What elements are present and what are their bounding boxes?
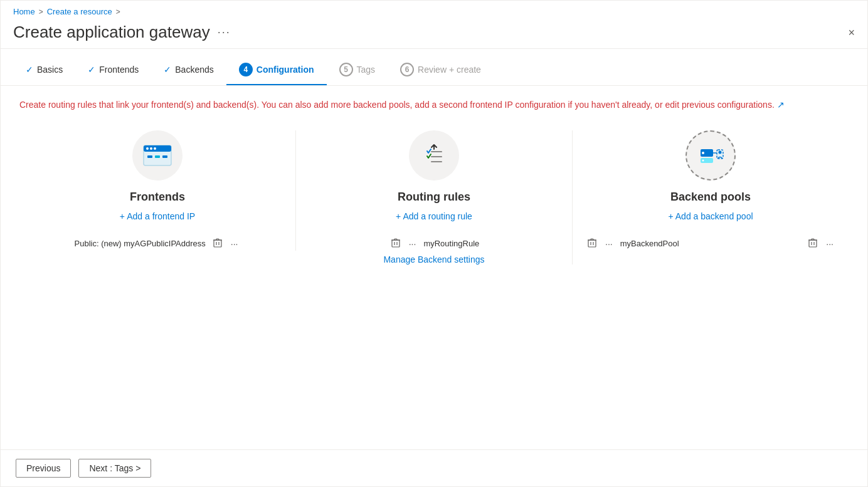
routing-item-row: ··· myRoutingRule: [309, 236, 559, 251]
add-frontend-ip-link[interactable]: + Add a frontend IP: [120, 211, 195, 221]
header-left: Create application gateway ···: [13, 23, 231, 42]
tab-basics[interactable]: ✓ Basics: [13, 57, 75, 83]
header-more-options[interactable]: ···: [218, 26, 231, 39]
tab-tags-num: 5: [339, 63, 353, 76]
svg-point-23: [702, 160, 704, 162]
tab-review-label: Review + create: [418, 65, 481, 75]
backend-end-more-btn[interactable]: ···: [823, 238, 836, 250]
breadcrumb-home[interactable]: Home: [13, 7, 35, 16]
tab-basics-check: ✓: [26, 65, 33, 75]
backend-icon-circle: [685, 130, 736, 181]
tab-backends-check: ✓: [164, 65, 171, 75]
frontend-item-name: Public: (new) myAGPublicIPAddress: [75, 239, 206, 248]
frontend-more-btn[interactable]: ···: [228, 238, 241, 250]
page-header: Create application gateway ··· ×: [1, 19, 867, 48]
svg-point-5: [146, 147, 149, 150]
backend-item-actions: ···: [585, 236, 615, 251]
routing-item-name: myRoutingRule: [423, 239, 479, 248]
svg-rect-27: [588, 240, 596, 247]
routing-icon-circle: [409, 130, 459, 181]
backend-icon: [696, 140, 726, 170]
tab-configuration-label: Configuration: [257, 65, 314, 75]
previous-button[interactable]: Previous: [16, 459, 71, 478]
wizard-footer: Previous Next : Tags >: [1, 449, 867, 486]
breadcrumb-sep1: >: [39, 8, 43, 16]
backend-pools-column: Backend pools + Add a backend pool ··· m…: [573, 130, 849, 251]
close-button[interactable]: ×: [848, 27, 855, 38]
tab-tags[interactable]: 5 Tags: [327, 55, 388, 85]
manage-backend-settings-link[interactable]: Manage Backend settings: [383, 254, 484, 264]
frontends-column: Frontends + Add a frontend IP Public: (n…: [19, 130, 296, 251]
info-link[interactable]: ↗: [777, 100, 785, 110]
page-title: Create application gateway: [13, 23, 210, 42]
tab-basics-label: Basics: [37, 65, 63, 75]
svg-point-22: [702, 152, 704, 154]
info-text: Create routing rules that link your fron…: [19, 98, 835, 112]
wizard-tabs: ✓ Basics ✓ Frontends ✓ Backends 4 Config…: [1, 55, 867, 86]
frontend-item-actions: ···: [211, 236, 241, 251]
routing-rules-title: Routing rules: [398, 191, 470, 204]
svg-point-6: [150, 147, 152, 150]
tab-review[interactable]: 6 Review + create: [388, 55, 494, 85]
svg-rect-31: [809, 240, 817, 247]
frontend-delete-btn[interactable]: [211, 236, 225, 251]
breadcrumb-sep2: >: [116, 8, 120, 16]
add-routing-rule-link[interactable]: + Add a routing rule: [396, 211, 472, 221]
svg-rect-3: [155, 155, 160, 158]
backend-item-name: myBackendPool: [620, 239, 679, 248]
svg-point-26: [719, 151, 722, 154]
routing-rules-column: Routing rules + Add a routing rule ··· m…: [296, 130, 573, 264]
frontend-item-row: Public: (new) myAGPublicIPAddress ···: [32, 236, 283, 251]
add-backend-pool-link[interactable]: + Add a backend pool: [668, 211, 753, 221]
tab-backends[interactable]: ✓ Backends: [151, 57, 226, 83]
breadcrumb: Home > Create a resource >: [1, 1, 867, 19]
tab-backends-label: Backends: [175, 65, 213, 75]
routing-more-btn[interactable]: ···: [406, 238, 419, 250]
breadcrumb-create-resource[interactable]: Create a resource: [47, 7, 112, 16]
svg-point-7: [154, 147, 156, 150]
backend-delete-btn[interactable]: [585, 236, 599, 251]
backend-pools-title: Backend pools: [670, 191, 751, 204]
main-content: Create routing rules that link your fron…: [1, 86, 867, 449]
backend-item-row: ··· myBackendPool ···: [585, 236, 836, 251]
svg-rect-8: [214, 240, 221, 247]
backend-item-end-actions: ···: [806, 236, 836, 251]
tab-review-num: 6: [400, 63, 414, 76]
routing-icon: [419, 140, 449, 170]
tab-tags-label: Tags: [357, 65, 376, 75]
configuration-columns: Frontends + Add a frontend IP Public: (n…: [19, 130, 849, 264]
svg-rect-4: [162, 155, 167, 158]
svg-rect-16: [392, 240, 400, 247]
svg-rect-2: [147, 155, 152, 158]
tab-frontends-check: ✓: [88, 65, 95, 75]
frontends-title: Frontends: [130, 191, 185, 204]
backend-more-btn[interactable]: ···: [603, 238, 615, 250]
routing-delete-btn[interactable]: [389, 236, 403, 251]
tab-configuration[interactable]: 4 Configuration: [226, 55, 327, 85]
tab-frontends[interactable]: ✓ Frontends: [75, 57, 151, 83]
header-divider: [1, 48, 867, 49]
routing-item-actions: ···: [389, 236, 419, 251]
tab-configuration-num: 4: [239, 63, 253, 76]
frontends-icon: [142, 144, 172, 167]
frontends-icon-circle: [132, 130, 183, 181]
next-button[interactable]: Next : Tags >: [78, 459, 151, 478]
tab-frontends-label: Frontends: [99, 65, 139, 75]
backend-end-delete-btn[interactable]: [806, 236, 820, 251]
